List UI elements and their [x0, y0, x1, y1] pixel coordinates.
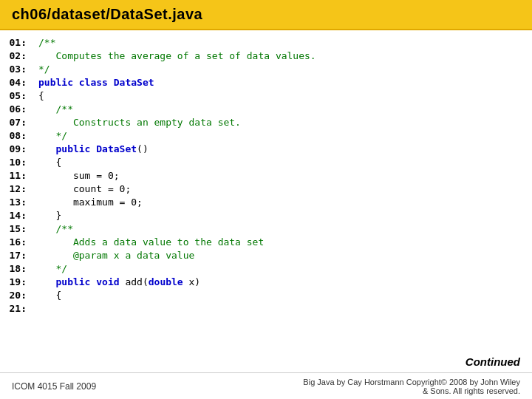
code-content: 01:02:03:04:05:06:07:08:09:10:11:12:13:1… [0, 30, 532, 367]
line-number: 02: [7, 50, 27, 63]
line-number: 04: [7, 76, 27, 89]
page-footer: ICOM 4015 Fall 2009 Big Java by Cay Hors… [0, 372, 532, 399]
code-line: public DataSet() [38, 143, 525, 156]
line-number-column: 01:02:03:04:05:06:07:08:09:10:11:12:13:1… [0, 36, 31, 367]
line-number: 06: [7, 103, 27, 116]
code-line: public void add(double x) [38, 276, 525, 289]
line-number: 07: [7, 116, 27, 129]
code-line: */ [38, 262, 525, 276]
continued-label: Continued [466, 355, 520, 368]
line-number: 16: [7, 236, 27, 249]
code-line: /** [38, 222, 525, 236]
line-number: 20: [7, 289, 27, 302]
line-number: 21: [7, 302, 27, 316]
code-line: } [38, 209, 525, 222]
code-column: /** Computes the average of a set of dat… [31, 36, 532, 367]
line-number: 01: [7, 36, 27, 50]
code-line: /** [38, 36, 525, 50]
footer-course: ICOM 4015 Fall 2009 [12, 381, 96, 392]
code-line: count = 0; [38, 183, 525, 196]
code-line: { [38, 156, 525, 169]
line-number: 11: [7, 169, 27, 183]
code-line: */ [38, 129, 525, 143]
code-line: @param x a data value [38, 249, 525, 262]
code-line: { [38, 289, 525, 302]
code-line: Computes the average of a set of data va… [38, 50, 525, 63]
line-number: 10: [7, 156, 27, 169]
line-number: 09: [7, 143, 27, 156]
code-line: Adds a data value to the data set [38, 236, 525, 249]
line-number: 03: [7, 63, 27, 76]
code-line: /** [38, 103, 525, 116]
line-number: 15: [7, 222, 27, 236]
code-line: { [38, 89, 525, 103]
page-title: ch06/dataset/DataSet.java [12, 6, 520, 23]
code-line: Constructs an empty data set. [38, 116, 525, 129]
code-line: public class DataSet [38, 76, 525, 89]
line-number: 13: [7, 196, 27, 209]
line-number: 05: [7, 89, 27, 103]
line-number: 08: [7, 129, 27, 143]
line-number: 17: [7, 249, 27, 262]
code-line: */ [38, 63, 525, 76]
code-line: maximum = 0; [38, 196, 525, 209]
line-number: 14: [7, 209, 27, 222]
footer-copyright: Big Java by Cay Horstmann Copyright© 200… [303, 378, 520, 395]
line-number: 12: [7, 183, 27, 196]
code-line: sum = 0; [38, 169, 525, 183]
line-number: 19: [7, 276, 27, 289]
line-number: 18: [7, 262, 27, 276]
page-header: ch06/dataset/DataSet.java [0, 0, 532, 30]
